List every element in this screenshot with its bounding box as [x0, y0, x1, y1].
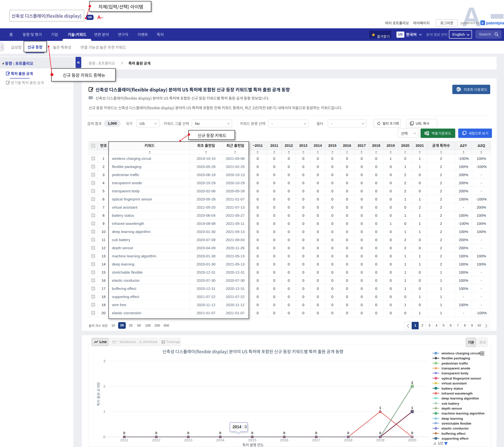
- svg-text:2: 2: [103, 384, 105, 389]
- svg-text:sub battery: sub battery: [441, 402, 459, 405]
- svg-text:0: 0: [187, 431, 189, 435]
- svg-text:elastic conductor: elastic conductor: [441, 427, 469, 430]
- svg-text:2019: 2019: [376, 438, 384, 442]
- svg-text:2015: 2015: [248, 438, 256, 442]
- svg-text:2013: 2013: [184, 438, 192, 442]
- svg-text:pedestrian traffic: pedestrian traffic: [441, 362, 468, 365]
- svg-text:0: 0: [219, 431, 221, 435]
- svg-text:0: 0: [347, 431, 349, 435]
- svg-text:2011: 2011: [120, 438, 128, 442]
- svg-text:1: 1: [379, 406, 381, 410]
- svg-text:A: A: [462, 1, 481, 32]
- svg-text:2012: 2012: [152, 438, 160, 442]
- svg-text:2: 2: [411, 381, 413, 385]
- svg-text:X: X: [425, 132, 427, 135]
- svg-text:0: 0: [251, 431, 253, 435]
- svg-text:0: 0: [155, 431, 157, 435]
- svg-text:optical fingerprint sensor: optical fingerprint sensor: [441, 377, 481, 380]
- svg-text:transparent anode: transparent anode: [441, 367, 470, 370]
- svg-text:buffering effect: buffering effect: [441, 432, 466, 435]
- svg-text:transparent body: transparent body: [441, 371, 468, 375]
- svg-text:deep learning: deep learning: [441, 417, 463, 420]
- svg-text:machine learning algorithm: machine learning algorithm: [441, 411, 485, 415]
- svg-text:battery status: battery status: [441, 387, 463, 390]
- svg-text:flexible packaging: flexible packaging: [441, 356, 470, 360]
- svg-text:2016: 2016: [280, 438, 288, 442]
- svg-text:1: 1: [103, 409, 105, 413]
- svg-text:wireless charging circuit: wireless charging circuit: [441, 351, 480, 355]
- svg-text:deep learning algorithm: deep learning algorithm: [441, 396, 479, 400]
- svg-text:0: 0: [315, 431, 317, 435]
- svg-text:virtual assistant: virtual assistant: [441, 382, 467, 385]
- svg-text:3: 3: [103, 359, 105, 363]
- svg-text:supporting effect: supporting effect: [441, 437, 468, 440]
- svg-text:infrared wavelength: infrared wavelength: [441, 391, 473, 395]
- svg-text:0: 0: [123, 431, 125, 435]
- svg-text:2017: 2017: [312, 438, 320, 442]
- svg-text:2020: 2020: [408, 438, 416, 442]
- svg-text:stretchable flexible: stretchable flexible: [441, 422, 471, 425]
- svg-text:0: 0: [283, 431, 285, 435]
- svg-text:1: 1: [411, 406, 413, 410]
- svg-text:0: 0: [411, 431, 413, 435]
- svg-text:W: W: [457, 88, 459, 91]
- svg-text:2014: 2014: [216, 438, 224, 442]
- svg-text:2018: 2018: [344, 438, 352, 442]
- svg-text:0: 0: [379, 431, 381, 435]
- svg-text:depth sensor: depth sensor: [441, 407, 462, 410]
- svg-text:0: 0: [103, 435, 105, 439]
